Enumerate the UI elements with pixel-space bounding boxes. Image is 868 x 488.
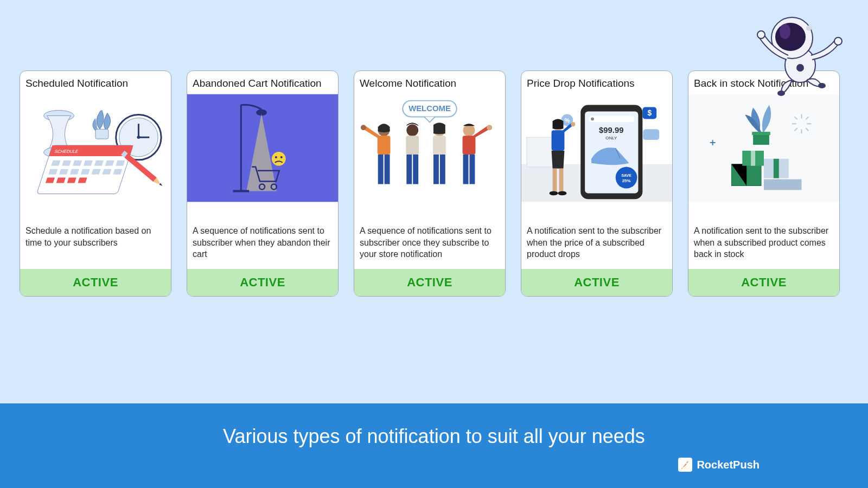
svg-point-110	[806, 25, 812, 31]
card-description: Schedule a notification based on time to…	[20, 202, 171, 269]
svg-point-108	[775, 23, 806, 51]
footer-heading: Various types of notification to suit al…	[0, 425, 868, 448]
svg-rect-81	[553, 169, 557, 191]
svg-point-84	[558, 191, 567, 195]
brand-name: RocketPush	[697, 459, 760, 471]
rocket-icon	[678, 458, 692, 472]
svg-rect-60	[463, 155, 469, 184]
svg-text:25%: 25%	[622, 178, 631, 183]
status-badge: ACTIVE	[187, 269, 338, 296]
svg-rect-104	[751, 151, 755, 166]
svg-rect-102	[764, 179, 802, 190]
card-title: Price Drop Notifications	[521, 71, 672, 94]
footer-banner: Various types of notification to suit al…	[0, 403, 868, 488]
card-title: Abandoned Cart Notification	[187, 71, 338, 94]
svg-point-42	[280, 156, 283, 158]
svg-point-106	[796, 64, 804, 72]
svg-point-49	[406, 124, 418, 136]
svg-point-41	[275, 156, 277, 158]
card-description: A notification sent to the subscriber wh…	[688, 202, 839, 269]
svg-rect-61	[469, 155, 475, 184]
svg-point-7	[137, 136, 140, 139]
astronaut-mascot	[741, 5, 849, 100]
svg-point-109	[780, 24, 790, 39]
welcome-illustration: WELCOME	[354, 94, 505, 202]
svg-rect-75	[643, 129, 659, 140]
svg-point-46	[361, 125, 366, 130]
svg-text:SAVE: SAVE	[621, 174, 631, 177]
svg-point-115	[686, 463, 687, 464]
svg-rect-50	[406, 136, 419, 155]
svg-point-114	[818, 83, 826, 88]
card-abandoned-cart[interactable]: Abandoned Cart Notification	[187, 70, 339, 297]
pricedrop-illustration: $99.99 ONLY SAVE 25% $ %	[521, 94, 672, 202]
card-title: Welcome Notification	[354, 71, 505, 94]
svg-point-59	[487, 125, 492, 130]
svg-rect-54	[433, 136, 446, 155]
svg-rect-101	[774, 159, 779, 178]
svg-rect-82	[559, 169, 564, 191]
svg-point-80	[571, 122, 575, 126]
status-badge: ACTIVE	[688, 269, 839, 296]
svg-rect-66	[589, 115, 634, 122]
svg-rect-45	[378, 136, 391, 155]
brand-logo: RocketPush	[678, 458, 760, 472]
abandoned-illustration	[187, 94, 338, 202]
svg-point-83	[550, 191, 558, 195]
svg-rect-79	[552, 130, 565, 151]
svg-point-67	[591, 117, 594, 120]
status-badge: ACTIVE	[521, 269, 672, 296]
svg-rect-56	[440, 155, 445, 184]
card-description: A sequence of notifications sent to subs…	[354, 202, 505, 269]
svg-text:%: %	[565, 117, 570, 124]
card-description: A sequence of notifications sent to subs…	[187, 202, 338, 269]
card-title: Scheduled Notification	[20, 71, 171, 94]
svg-point-111	[757, 31, 765, 38]
backinstock-illustration	[688, 94, 839, 202]
svg-rect-51	[406, 155, 412, 184]
svg-text:$99.99: $99.99	[599, 126, 624, 134]
svg-rect-89	[752, 132, 770, 135]
svg-rect-52	[413, 155, 418, 184]
svg-text:SCHEDULE: SCHEDULE	[54, 149, 79, 154]
card-price-drop[interactable]: Price Drop Notifications $99.99 ONLY	[521, 70, 673, 297]
svg-point-112	[834, 37, 842, 45]
welcome-text: WELCOME	[409, 104, 451, 113]
svg-rect-47	[378, 155, 384, 184]
svg-point-40	[272, 152, 286, 166]
svg-text:ONLY: ONLY	[605, 136, 617, 140]
svg-point-113	[777, 91, 785, 96]
card-scheduled[interactable]: Scheduled Notification	[20, 70, 171, 297]
card-description: A notification sent to the subscriber wh…	[521, 202, 672, 269]
card-welcome[interactable]: Welcome Notification WELCOME	[354, 70, 506, 297]
card-back-in-stock[interactable]: Back in stock Notification	[688, 70, 840, 297]
svg-point-57	[463, 124, 475, 136]
svg-rect-58	[463, 136, 476, 155]
svg-text:$: $	[647, 108, 652, 117]
cards-row: Scheduled Notification	[0, 0, 868, 297]
status-badge: ACTIVE	[20, 269, 171, 296]
svg-rect-2	[95, 129, 108, 139]
svg-rect-55	[433, 155, 439, 184]
status-badge: ACTIVE	[354, 269, 505, 296]
scheduled-illustration: SCHEDULE	[20, 94, 171, 202]
svg-rect-48	[385, 155, 390, 184]
